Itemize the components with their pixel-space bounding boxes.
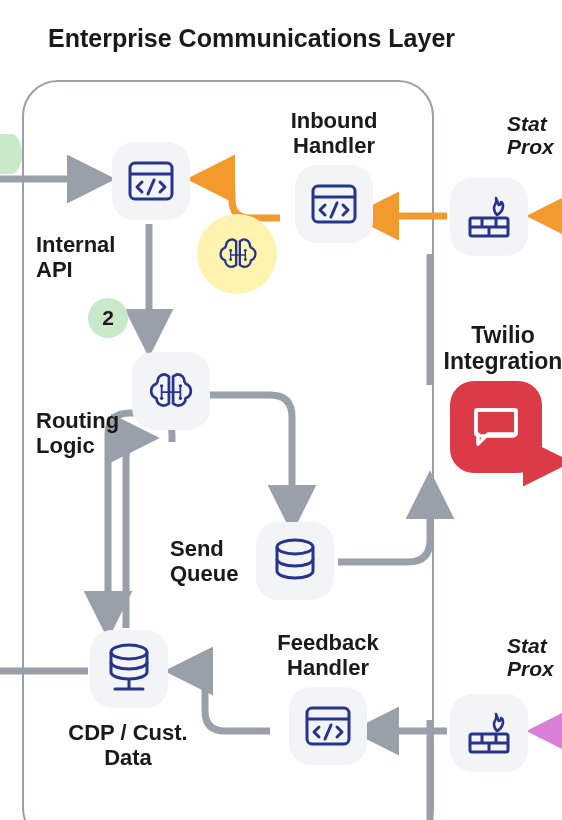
svg-line-2: [148, 180, 154, 194]
svg-rect-21: [476, 410, 516, 436]
node-inbound-handler: Inbound Handler: [274, 108, 394, 243]
svg-rect-3: [313, 186, 355, 222]
label-routing-logic: Routing Logic: [36, 408, 119, 459]
database-icon: [256, 522, 334, 600]
label-static-proxy-top: Stat Prox: [507, 112, 562, 158]
label-static-proxy-bottom: Stat Prox: [507, 634, 562, 680]
node-twilio: Twilio Integration: [418, 322, 562, 473]
badge-2-text: 2: [102, 306, 114, 330]
node-send-queue: [256, 522, 334, 600]
database-server-icon: [90, 630, 168, 708]
firewall-icon: [450, 178, 528, 256]
svg-point-18: [111, 645, 147, 659]
brain-icon: [216, 232, 260, 276]
badge-2: 2: [88, 298, 128, 338]
node-routing-logic: [132, 352, 210, 430]
node-ai-mini: [216, 232, 260, 280]
label-inbound-handler: Inbound Handler: [274, 108, 394, 159]
badge-truncated-left: [0, 134, 22, 174]
svg-rect-0: [130, 163, 172, 199]
node-proxy-bottom: [450, 694, 528, 772]
svg-point-14: [277, 540, 313, 554]
node-feedback-handler: Feedback Handler: [254, 630, 402, 765]
code-window-icon: [289, 687, 367, 765]
diagram-title: Enterprise Communications Layer: [48, 24, 455, 53]
node-proxy-top: [450, 178, 528, 256]
label-cdp: CDP / Cust. Data: [48, 720, 208, 771]
brain-icon: [132, 352, 210, 430]
label-twilio: Twilio Integration: [418, 322, 562, 375]
node-cdp: [90, 630, 168, 708]
code-window-icon: [295, 165, 373, 243]
svg-line-5: [331, 203, 337, 217]
code-window-icon: [112, 142, 190, 220]
svg-line-17: [325, 725, 331, 739]
chat-icon: [450, 381, 542, 473]
label-feedback-handler: Feedback Handler: [254, 630, 402, 681]
label-internal-api: Internal API: [36, 232, 115, 283]
svg-rect-15: [307, 708, 349, 744]
firewall-icon: [450, 694, 528, 772]
node-internal-api: [112, 142, 190, 220]
label-send-queue: Send Queue: [170, 536, 238, 587]
